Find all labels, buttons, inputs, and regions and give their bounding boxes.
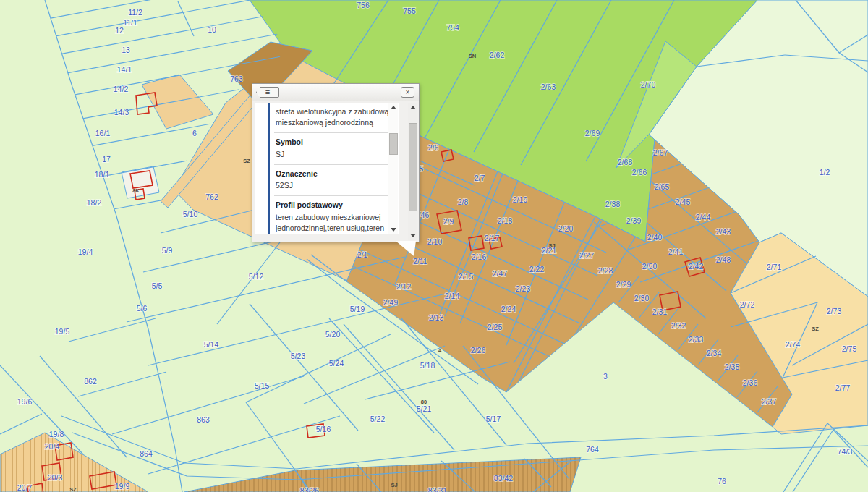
accent-bar <box>268 103 270 234</box>
parcel-label: 6 <box>192 129 197 137</box>
parcel-label: 2/38 <box>605 200 621 208</box>
parcel-label: 14/3 <box>114 108 129 116</box>
parcel-label: 5/20 <box>326 330 341 339</box>
zone-label: SZ <box>69 486 77 492</box>
parcel-label: 5/15 <box>255 381 270 390</box>
parcel-label: 2/75 <box>842 344 857 353</box>
parcel-label: 2/10 <box>427 237 443 246</box>
parcel-label: 2/35 <box>725 362 740 371</box>
layer-list-button[interactable]: ≡ <box>256 87 279 98</box>
parcel-label: 18/1 <box>95 170 110 179</box>
parcel-label: 2/44 <box>696 213 711 221</box>
parcel-label: 2/18 <box>498 216 513 225</box>
parcel-label: 19/6 <box>17 397 33 406</box>
parcel-label: 2/41 <box>668 247 684 256</box>
parcel-label: 2/68 <box>618 158 633 166</box>
parcel-label: 2/22 <box>529 265 545 273</box>
parcel-label: 2/29 <box>616 280 631 289</box>
parcel-label: 2/37 <box>762 397 777 406</box>
parcel-label: 5/24 <box>329 359 344 368</box>
popup-scroll-up-icon[interactable] <box>410 106 416 109</box>
parcel-label: 2/28 <box>598 266 613 275</box>
popup-scroll-down-icon[interactable] <box>410 234 416 237</box>
scroll-up-icon[interactable] <box>391 106 396 109</box>
parcel-label: 2/62 <box>490 51 505 59</box>
parcel-label: 2/19 <box>513 195 528 204</box>
map-viewport[interactable]: 11/211/112101314/114/276314/316/161718/1… <box>0 0 868 492</box>
map-canvas[interactable]: 11/211/112101314/114/276314/316/161718/1… <box>0 0 868 492</box>
parcel-label: 2/1 <box>357 250 368 259</box>
parcel-label: 2/70 <box>641 80 656 89</box>
parcel-label: 5/10 <box>183 210 198 219</box>
parcel-label: 754 <box>446 23 459 32</box>
popup-body: strefa wielofunkcyjna z zabudową mieszka… <box>252 101 419 242</box>
parcel-label: 5/5 <box>152 281 163 290</box>
field-profil: Profil podstawowy teren zabudowy mieszka… <box>274 196 396 234</box>
zone-label: SZ <box>812 326 819 332</box>
parcel-label: 13 <box>122 46 130 54</box>
field-oznaczenie-label: Oznaczenie <box>276 169 394 179</box>
parcel-label: 863 <box>197 415 210 424</box>
content-scrollbar[interactable] <box>388 103 398 234</box>
parcel-label: 2/30 <box>634 294 650 302</box>
parcel-label: 76 <box>718 477 726 485</box>
parcel-label: 755 <box>403 7 416 15</box>
parcel-label: 2/17 <box>485 234 500 242</box>
parcel-label: 14/2 <box>114 85 129 93</box>
parcel-label: 2/11 <box>413 257 427 266</box>
zone-label: SN <box>469 53 476 59</box>
parcel-label: 2/77 <box>835 383 851 392</box>
parcel-label: 2/34 <box>707 349 722 357</box>
parcel-label: 2/40 <box>647 233 663 242</box>
parcel-label: 5/12 <box>249 272 264 281</box>
list-icon: ≡ <box>265 88 270 96</box>
parcel-label: 763 <box>230 75 243 83</box>
parcel-label: 2/25 <box>488 323 503 331</box>
parcel-label: 2/39 <box>626 216 642 225</box>
content-scrollbar-thumb[interactable] <box>389 133 398 155</box>
parcel-label: 2/27 <box>579 251 595 260</box>
popup-scrollbar-thumb[interactable] <box>409 123 417 211</box>
parcel-label: 5/19 <box>350 305 365 313</box>
parcel-label: 83/26 <box>300 486 319 492</box>
parcel-label: 5/23 <box>291 352 306 360</box>
parcel-label: 20/3 <box>48 473 63 482</box>
field-symbol: Symbol SJ <box>274 133 396 164</box>
parcel-label: 2/63 <box>541 82 556 91</box>
parcel-label: 2/72 <box>740 300 755 309</box>
parcel-label: 83/31 <box>428 486 447 492</box>
zone-label: SZ <box>243 158 250 164</box>
parcel-label: 2/48 <box>716 255 731 264</box>
zone-label: SJ <box>548 242 555 249</box>
parcel-label: 2/49 <box>383 298 399 307</box>
popup-content: strefa wielofunkcyjna z zabudową mieszka… <box>255 103 399 234</box>
parcel-label: 18/2 <box>87 198 102 207</box>
field-profil-label: Profil podstawowy <box>276 200 394 211</box>
parcel-label: 83/42 <box>494 474 513 483</box>
parcel-label: 2/23 <box>516 284 531 293</box>
parcel-label: 2/26 <box>471 346 486 355</box>
parcel-label: 5/18 <box>420 361 435 370</box>
parcel-label: 2/47 <box>493 269 508 278</box>
parcel-label: 2/36 <box>743 378 758 387</box>
parcel-label: 2/65 <box>655 182 670 191</box>
parcel-label: 2/31 <box>652 308 668 316</box>
scroll-down-icon[interactable] <box>391 228 396 232</box>
parcel-label: 5/21 <box>417 404 432 413</box>
popup-scrollbar[interactable] <box>408 103 417 240</box>
parcel-label: 14/1 <box>117 65 132 74</box>
parcel-label: 17 <box>102 155 111 164</box>
map-region-parcel-8k[interactable] <box>122 166 159 198</box>
field-profil-value: teren zabudowy mieszkaniowej jednorodzin… <box>276 212 394 234</box>
parcel-label: 2/8 <box>458 198 469 206</box>
parcel-label: 2/20 <box>558 224 574 233</box>
parcel-label: 2/67 <box>653 148 668 157</box>
parcel-label: 19/4 <box>78 247 93 256</box>
parcel-label: 2/73 <box>827 307 842 315</box>
parcel-label: 2/33 <box>689 335 704 344</box>
zone-label: 80 <box>421 399 427 405</box>
close-button[interactable]: × <box>401 87 414 98</box>
parcel-label: 2/13 <box>429 313 444 322</box>
parcel-label: 16/1 <box>95 129 111 137</box>
field-symbol-value: SJ <box>276 149 394 160</box>
